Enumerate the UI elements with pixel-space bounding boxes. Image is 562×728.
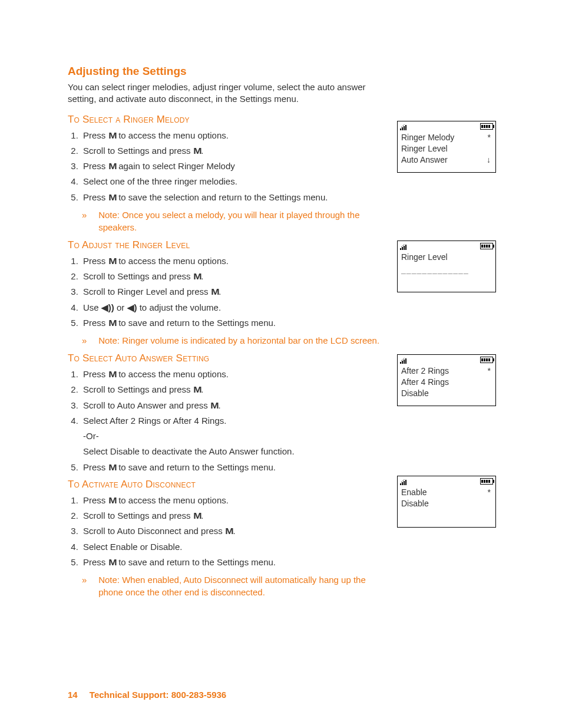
steps-auto-answer: Press M to access the menu options. Scro… <box>68 367 395 475</box>
subheading-auto-disconnect: To Activate Auto Disconnect <box>68 479 395 490</box>
step: Press M to save and return to the Settin… <box>81 315 395 331</box>
down-arrow-icon: ↓ <box>487 155 491 164</box>
lcd-auto-disconnect: ⟋ Enable* Disable <box>397 476 496 528</box>
menu-m-icon: M <box>108 367 116 382</box>
lcd-ringer-level: ⟋ Ringer Level _____________ <box>397 241 496 292</box>
menu-m-icon: M <box>108 128 116 143</box>
signal-icon <box>400 358 407 364</box>
lcd-row: Disable <box>398 498 495 509</box>
lcd-volume-bar: _____________ <box>398 263 495 276</box>
intro-paragraph: You can select ringer melodies, adjust r… <box>68 81 395 106</box>
star-icon: * <box>488 487 491 497</box>
battery-icon <box>480 357 493 363</box>
page-number: 14 <box>68 690 78 700</box>
note: » Note: Once you select a melody, you wi… <box>82 209 395 233</box>
menu-m-icon: M <box>108 460 116 475</box>
subheading-ringer-level: To Adjust the Ringer Level <box>68 239 395 251</box>
step: Scroll to Auto Disconnect and press M. <box>81 523 395 539</box>
lcd-row: After 4 Rings <box>398 377 495 388</box>
lcd-settings-menu: ⟋ Ringer Melody* Ringer Level Auto Answe… <box>397 121 496 173</box>
chevron-icon: » <box>82 209 96 221</box>
chevron-icon: » <box>82 334 96 347</box>
steps-ringer-level: Press M to access the menu options. Scro… <box>68 253 395 331</box>
menu-m-icon: M <box>108 555 116 570</box>
star-icon: * <box>488 366 491 375</box>
step: Scroll to Settings and press M. <box>81 269 395 284</box>
signal-icon <box>400 124 407 130</box>
battery-icon <box>480 123 493 130</box>
step: Scroll to Ringer Level and press M. <box>81 284 395 299</box>
lcd-row: Ringer Level <box>398 143 495 154</box>
volume-up-icon: ◀)) <box>101 300 114 315</box>
lcd-row: Auto Answer↓ <box>398 154 495 166</box>
menu-m-icon: M <box>193 382 201 397</box>
step: Select one of the three ringer melodies. <box>81 174 395 189</box>
step: Use ◀)) or ◀) to adjust the volume. <box>81 300 395 315</box>
step: Scroll to Auto Answer and press M. <box>81 398 395 413</box>
lcd-auto-answer: ⟋ After 2 Rings* After 4 Rings Disable <box>397 354 496 406</box>
menu-m-icon: M <box>193 269 201 284</box>
step: Press M to access the menu options. <box>81 128 395 143</box>
manual-page: Adjusting the Settings You can select ri… <box>0 0 562 728</box>
menu-m-icon: M <box>225 523 233 539</box>
step: Press M to access the menu options. <box>81 367 395 382</box>
note: » Note: When enabled, Auto Disconnect wi… <box>82 574 395 598</box>
step: Press M to save the selection and return… <box>81 190 395 205</box>
menu-m-icon: M <box>211 284 219 299</box>
step: Press M to access the menu options. <box>81 493 395 508</box>
step: Press M to access the menu options. <box>81 253 395 269</box>
menu-m-icon: M <box>193 508 201 523</box>
lcd-row: Ringer Level <box>398 252 495 263</box>
signal-icon <box>400 244 407 250</box>
content-column: Adjusting the Settings You can select ri… <box>68 65 395 604</box>
subheading-ringer-melody: To Select a Ringer Melody <box>68 114 395 126</box>
menu-m-icon: M <box>108 315 116 331</box>
menu-m-icon: M <box>108 190 116 205</box>
step: Scroll to Settings and press M. <box>81 382 395 397</box>
page-footer: 14 Technical Support: 800-283-5936 <box>68 690 226 700</box>
menu-m-icon: M <box>108 159 116 174</box>
lcd-row: Ringer Melody* <box>398 132 495 143</box>
chevron-icon: » <box>82 574 96 586</box>
step: Scroll to Settings and press M. <box>81 508 395 523</box>
step: Select After 2 Rings or After 4 Rings. -… <box>81 413 395 460</box>
step: Press M again to select Ringer Melody <box>81 159 395 174</box>
battery-icon <box>480 243 493 249</box>
lcd-row: Disable <box>398 388 495 399</box>
step: Press M to save and return to the Settin… <box>81 460 395 475</box>
step: Scroll to Settings and press M. <box>81 143 395 159</box>
lcd-row: After 2 Rings* <box>398 365 495 377</box>
subheading-auto-answer: To Select Auto Answer Setting <box>68 353 395 364</box>
menu-m-icon: M <box>108 493 116 508</box>
lcd-row: Enable* <box>398 487 495 498</box>
note: » Note: Ringer volume is indicated by a … <box>82 334 395 347</box>
steps-ringer-melody: Press M to access the menu options. Scro… <box>68 128 395 205</box>
step: Select Enable or Disable. <box>81 539 395 555</box>
menu-m-icon: M <box>210 398 218 413</box>
steps-auto-disconnect: Press M to access the menu options. Scro… <box>68 493 395 570</box>
page-title: Adjusting the Settings <box>68 65 395 78</box>
menu-m-icon: M <box>193 143 201 159</box>
star-icon: * <box>488 133 491 142</box>
battery-icon <box>480 478 493 485</box>
step: Press M to save and return to the Settin… <box>81 555 395 570</box>
volume-down-icon: ◀) <box>127 300 137 315</box>
figure-column: ⟋ Ringer Melody* Ringer Level Auto Answe… <box>397 65 503 595</box>
tech-support-label: Technical Support: 800-283-5936 <box>90 690 226 700</box>
signal-icon <box>400 479 407 485</box>
menu-m-icon: M <box>108 253 116 269</box>
